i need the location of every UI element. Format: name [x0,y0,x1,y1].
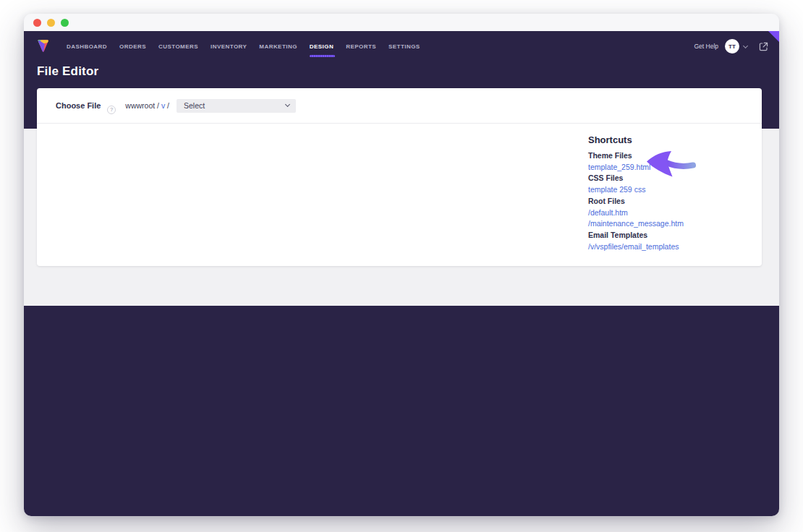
zoom-window-button[interactable] [61,19,69,27]
nav-item-reports[interactable]: REPORTS [346,43,376,50]
nav-item-design[interactable]: DESIGN [310,43,333,50]
minimize-window-button[interactable] [47,19,55,27]
shortcut-link-email-templates[interactable]: /v/vspfiles/email_templates [588,241,756,253]
header-right-controls: Get Help TT [694,39,769,53]
external-link-icon[interactable] [758,41,769,52]
annotation-arrow-left-icon [645,149,698,181]
file-select-dropdown[interactable]: Select [177,99,296,113]
page-footer-background [24,306,779,516]
nav-item-marketing[interactable]: MARKETING [259,43,297,50]
nav-item-orders[interactable]: ORDERS [119,43,146,50]
breadcrumb-root: wwwroot / [125,101,161,110]
volusion-logo-icon[interactable] [37,39,49,53]
shortcut-link-maintenance-message[interactable]: /maintenance_message.htm [588,218,756,230]
get-help-link[interactable]: Get Help [694,43,718,50]
chevron-down-icon [743,43,748,48]
chevron-down-icon [285,102,290,107]
shortcut-link-default-htm[interactable]: /default.htm [588,207,756,219]
shortcuts-group-email-templates: Email Templates [588,230,756,241]
corner-accent-triangle-icon [768,31,779,42]
shortcuts-title: Shortcuts [588,134,756,145]
choose-file-label: Choose File [56,101,101,110]
choose-file-bar: Choose File ? wwwroot / v / Select [37,88,762,124]
shortcut-link-template-css[interactable]: template 259 css [588,184,756,196]
app-window: DASHBOARD ORDERS CUSTOMERS INVENTORY MAR… [24,14,779,516]
nav-item-customers[interactable]: CUSTOMERS [158,43,198,50]
file-select-value: Select [184,101,205,110]
breadcrumb: wwwroot / v / [125,101,171,110]
close-window-button[interactable] [33,19,41,27]
help-icon[interactable]: ? [107,106,116,114]
avatar: TT [725,39,739,53]
nav-item-settings[interactable]: SETTINGS [388,43,420,50]
shortcuts-group-root-files: Root Files [588,196,756,207]
breadcrumb-separator: / [165,101,171,110]
nav-item-dashboard[interactable]: DASHBOARD [67,43,107,50]
main-nav: DASHBOARD ORDERS CUSTOMERS INVENTORY MAR… [67,43,420,50]
file-editor-card: Choose File ? wwwroot / v / Select Short… [37,88,762,266]
account-menu[interactable]: TT [718,39,747,53]
page-title: File Editor [37,64,769,79]
navbar: DASHBOARD ORDERS CUSTOMERS INVENTORY MAR… [37,31,769,54]
titlebar [24,14,779,31]
card-content: Shortcuts Theme Files template_259.html … [37,124,762,265]
nav-item-inventory[interactable]: INVENTORY [211,43,247,50]
